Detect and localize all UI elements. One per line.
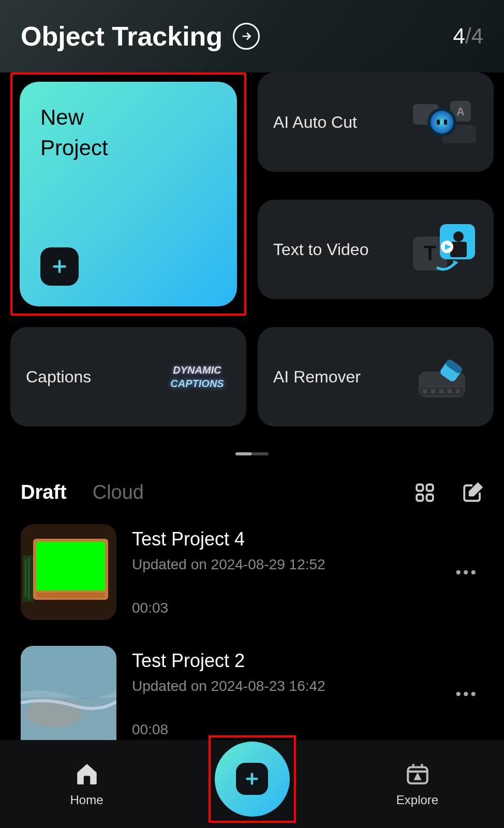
svg-rect-29: [36, 542, 105, 590]
draft-updated: Updated on 2024-08-29 12:52: [132, 556, 440, 573]
svg-rect-18: [439, 389, 443, 393]
nav-explore[interactable]: Explore: [366, 761, 469, 807]
page-title: Object Tracking: [21, 21, 223, 52]
svg-rect-25: [417, 494, 423, 500]
draft-name: Test Project 2: [132, 650, 440, 672]
more-icon[interactable]: •••: [455, 564, 483, 581]
drafts-tabs: Draft Cloud: [21, 481, 144, 504]
arrow-right-circle-icon: [233, 23, 260, 50]
new-project-button[interactable]: New Project: [20, 82, 237, 306]
svg-rect-32: [25, 560, 26, 597]
tab-draft[interactable]: Draft: [21, 481, 67, 504]
tile-label: AI Auto Cut: [273, 113, 357, 132]
svg-rect-30: [36, 593, 105, 598]
svg-rect-17: [431, 389, 435, 393]
svg-rect-6: [437, 120, 440, 125]
ai-remover-button[interactable]: AI Remover: [258, 327, 494, 426]
text-to-video-icon: T: [411, 225, 478, 274]
counter-total: 4: [471, 24, 483, 48]
page-dot-inactive: [252, 452, 269, 455]
nav-add-highlight: [209, 735, 296, 823]
nav-label: Explore: [396, 793, 438, 807]
new-project-highlight: New Project: [10, 72, 246, 316]
page-indicator: [0, 452, 504, 471]
tile-label: Text to Video: [273, 240, 368, 259]
bottom-nav: Home Explore: [0, 740, 504, 828]
svg-text:T: T: [424, 242, 436, 264]
draft-item[interactable]: Test Project 4 Updated on 2024-08-29 12:…: [21, 524, 483, 620]
drafts-header: Draft Cloud: [21, 481, 483, 504]
svg-point-5: [431, 111, 453, 134]
svg-rect-24: [427, 484, 433, 491]
svg-rect-7: [444, 120, 447, 125]
draft-thumbnail: [21, 524, 116, 620]
draft-item[interactable]: Test Project 2 Updated on 2024-08-23 16:…: [21, 646, 483, 742]
svg-text:A: A: [456, 105, 465, 118]
header: Object Tracking 4/4: [0, 0, 504, 67]
drafts-section: Draft Cloud Test Project 4 Updated on 20…: [0, 471, 504, 778]
edit-icon[interactable]: [462, 482, 483, 504]
tile-label: AI Remover: [273, 367, 361, 387]
svg-point-11: [453, 231, 464, 242]
ai-auto-cut-icon: A: [411, 98, 478, 147]
header-title-group[interactable]: Object Tracking: [21, 21, 260, 52]
svg-rect-33: [28, 558, 29, 599]
ai-remover-icon: [411, 352, 478, 402]
banner-counter: 4/4: [453, 24, 483, 49]
tab-cloud[interactable]: Cloud: [93, 481, 144, 504]
draft-thumbnail: [21, 646, 116, 742]
draft-name: Test Project 4: [132, 528, 440, 550]
ai-auto-cut-button[interactable]: AI Auto Cut A: [258, 72, 494, 172]
svg-rect-26: [427, 494, 433, 500]
plus-icon: [40, 247, 79, 286]
counter-sep: /: [465, 24, 471, 48]
plus-icon: [236, 763, 268, 795]
captions-badge-line2: CAPTIONS: [170, 377, 224, 390]
feature-tiles: New Project AI Auto Cut A Text to Video: [0, 67, 504, 432]
home-icon: [74, 761, 100, 789]
new-project-label: New Project: [40, 102, 216, 164]
nav-add-button[interactable]: [215, 742, 290, 817]
page-dot-active: [235, 452, 252, 455]
text-to-video-button[interactable]: Text to Video T: [258, 200, 494, 299]
explore-icon: [405, 761, 431, 789]
more-icon[interactable]: •••: [455, 685, 483, 703]
draft-duration: 00:03: [132, 600, 440, 616]
svg-rect-19: [448, 389, 452, 393]
grid-view-icon[interactable]: [414, 482, 436, 504]
drafts-actions: [414, 482, 483, 504]
captions-badge-line1: DYNAMIC: [170, 363, 224, 377]
tile-label: Captions: [26, 367, 91, 387]
draft-info: Test Project 4 Updated on 2024-08-29 12:…: [132, 528, 440, 616]
captions-icon: DYNAMIC CAPTIONS: [164, 352, 231, 402]
svg-rect-20: [456, 389, 460, 393]
svg-rect-16: [423, 389, 427, 393]
nav-home[interactable]: Home: [35, 761, 139, 807]
svg-rect-23: [417, 484, 423, 491]
captions-button[interactable]: Captions DYNAMIC CAPTIONS: [10, 327, 246, 426]
draft-updated: Updated on 2024-08-23 16:42: [132, 678, 440, 694]
nav-label: Home: [70, 793, 103, 807]
counter-current: 4: [453, 24, 465, 48]
draft-info: Test Project 2 Updated on 2024-08-23 16:…: [132, 650, 440, 738]
